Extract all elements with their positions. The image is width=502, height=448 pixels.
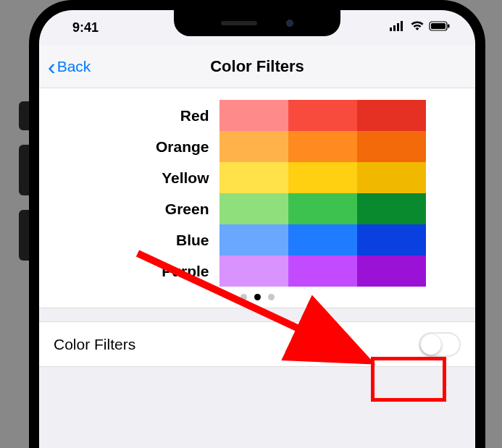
svg-rect-3: [401, 21, 403, 31]
nav-bar: ‹ Back Color Filters: [39, 45, 475, 88]
content: RedOrangeYellowGreenBluePurple Color Fil…: [39, 88, 475, 448]
swatch-row: [219, 131, 426, 162]
swatch-row: [219, 162, 426, 193]
status-time: 9:41: [72, 20, 99, 35]
color-swatch: [288, 224, 357, 255]
chevron-left-icon: ‹: [48, 55, 56, 78]
color-swatch: [288, 131, 357, 162]
page-indicator[interactable]: [240, 294, 275, 300]
color-filters-row: Color Filters: [39, 322, 475, 367]
color-row: Orange: [89, 131, 426, 162]
speaker-grille: [221, 21, 257, 25]
color-label: Green: [89, 200, 219, 218]
color-swatch: [357, 255, 426, 287]
color-filters-toggle[interactable]: [419, 332, 461, 357]
swatch-row: [219, 224, 426, 255]
page-dot[interactable]: [268, 294, 275, 300]
color-swatch: [288, 255, 357, 287]
color-label: Yellow: [89, 169, 219, 187]
svg-rect-6: [448, 25, 450, 28]
phone-frame: 9:41 ‹ Back Color Filters: [29, 0, 485, 448]
swatch-row: [219, 193, 426, 224]
color-label: Red: [89, 107, 219, 124]
color-swatch: [219, 224, 288, 255]
status-icons: [390, 21, 451, 34]
color-swatch: [357, 224, 426, 255]
color-swatch: [219, 100, 288, 131]
color-row: Red: [89, 100, 426, 131]
color-swatch: [288, 193, 357, 224]
color-swatch: [219, 131, 288, 162]
battery-icon: [429, 21, 451, 34]
front-camera: [286, 20, 293, 27]
page-dot[interactable]: [254, 294, 261, 300]
setting-label: Color Filters: [54, 336, 135, 353]
color-swatch: [357, 193, 426, 224]
svg-rect-2: [397, 23, 399, 31]
wifi-icon: [410, 21, 424, 34]
section-gap: [39, 308, 475, 322]
swatch-row: [219, 100, 426, 131]
color-row: Yellow: [89, 162, 426, 193]
mute-switch: [19, 101, 29, 130]
color-label: Orange: [89, 138, 219, 156]
color-swatch: [357, 100, 426, 131]
color-swatch: [288, 162, 357, 193]
swatch-row: [219, 255, 426, 287]
cellular-icon: [390, 21, 406, 34]
color-row: Purple: [89, 255, 426, 287]
svg-rect-1: [393, 25, 396, 31]
footer-gap: [39, 367, 475, 389]
back-button[interactable]: ‹ Back: [48, 55, 91, 78]
color-row: Blue: [89, 224, 426, 255]
page-title: Color Filters: [210, 57, 304, 76]
color-swatch: [288, 100, 357, 131]
color-swatch: [357, 131, 426, 162]
color-row: Green: [89, 193, 426, 224]
svg-rect-5: [431, 23, 445, 29]
volume-down-button: [19, 210, 29, 261]
color-swatch: [219, 162, 288, 193]
color-label: Purple: [89, 263, 219, 280]
back-label: Back: [57, 58, 91, 75]
notch: [174, 10, 340, 36]
color-swatch: [219, 193, 288, 224]
color-label: Blue: [89, 232, 219, 249]
color-swatch: [219, 255, 288, 287]
screen: 9:41 ‹ Back Color Filters: [39, 10, 475, 448]
svg-rect-0: [390, 28, 392, 31]
color-swatch: [357, 162, 426, 193]
volume-up-button: [19, 145, 29, 195]
color-preview-section[interactable]: RedOrangeYellowGreenBluePurple: [39, 88, 475, 308]
page-dot[interactable]: [240, 294, 247, 300]
toggle-knob: [421, 334, 441, 355]
